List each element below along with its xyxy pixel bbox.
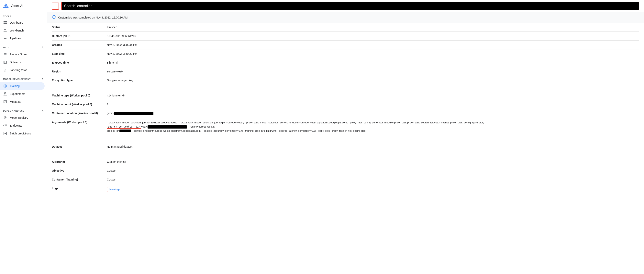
- featurestore-icon: [3, 52, 7, 56]
- region-label: Region: [52, 67, 107, 76]
- sidebar-item-labeling[interactable]: Labeling tasks: [0, 66, 44, 74]
- svg-point-16: [5, 117, 6, 118]
- sidebar-item-batch-predictions[interactable]: Batch predictions: [0, 129, 44, 138]
- dashboard-label: Dashboard: [10, 21, 24, 24]
- custom-job-id-label: Custom job ID: [52, 32, 107, 41]
- custom-job-id-row: Custom job ID 315415911099636121​6: [52, 32, 639, 41]
- status-row: Status Finished: [52, 23, 639, 32]
- sidebar-item-pipelines[interactable]: Pipelines: [0, 35, 44, 42]
- container-training-row: Container (Training) Custom: [52, 175, 639, 184]
- data-section-header: DATA ∧: [0, 42, 47, 50]
- sidebar-item-endpoints[interactable]: Endpoints: [0, 122, 44, 129]
- encryption-row: Encryption type Google-managed key: [52, 76, 639, 85]
- elapsed-time-row: Elapsed time 8 hr 9 min: [52, 58, 639, 67]
- pipelines-icon: [3, 36, 7, 40]
- vertex-logo: [3, 3, 9, 9]
- back-button[interactable]: ←: [52, 3, 59, 10]
- sidebar-item-dashboard[interactable]: Dashboard: [0, 19, 44, 27]
- worker-pool-table: Machine type (Worker pool 0) n1-highmem-…: [52, 91, 639, 136]
- content-area: Custom job was completed on Nov 3, 2022,…: [47, 12, 644, 274]
- start-time-row: Start time Nov 2, 2022, 3:50:22 PM: [52, 49, 639, 58]
- sidebar-item-datasets[interactable]: Datasets: [0, 58, 44, 66]
- featurestore-label: Feature Store: [10, 53, 27, 56]
- logs-label: Logs: [52, 184, 107, 195]
- svg-rect-4: [4, 23, 5, 24]
- model-registry-icon: [3, 116, 7, 120]
- sidebar-item-workbench[interactable]: Workbench: [0, 27, 44, 35]
- sidebar-item-training[interactable]: Training: [0, 82, 44, 90]
- elapsed-time-value: 8 hr 9 min: [107, 58, 639, 67]
- metadata-icon: [3, 100, 7, 104]
- info-message: Custom job was completed on Nov 3, 2022,…: [58, 16, 128, 19]
- svg-rect-2: [4, 21, 5, 23]
- data-section-label: DATA: [3, 46, 10, 49]
- endpoints-label: Endpoints: [10, 124, 22, 127]
- datasets-icon: [3, 60, 7, 64]
- info-banner: Custom job was completed on Nov 3, 2022,…: [47, 12, 644, 23]
- region-value: europe-west4: [107, 67, 639, 76]
- sidebar-item-model-registry[interactable]: Model Registry: [0, 114, 44, 122]
- svg-point-21: [54, 16, 54, 17]
- machine-count-label: Machine count (Worker pool 0): [52, 100, 107, 109]
- svg-point-9: [5, 53, 6, 54]
- endpoints-icon: [3, 124, 7, 127]
- labeling-icon: [3, 68, 7, 72]
- sidebar-item-metadata[interactable]: Metadata: [0, 98, 44, 106]
- model-dev-section-label: MODEL DEVELOPMENT: [3, 78, 31, 80]
- svg-rect-10: [4, 61, 6, 64]
- svg-rect-5: [5, 23, 7, 24]
- svg-rect-6: [4, 31, 7, 32]
- args-projectid-redacted: [120, 129, 131, 132]
- deploy-chevron-icon: ∧: [42, 109, 44, 113]
- svg-point-15: [4, 116, 6, 119]
- training-icon: [3, 84, 7, 88]
- details-table: Status Finished Custom job ID 3154159110…: [52, 23, 639, 85]
- datasets-label: Datasets: [10, 61, 21, 64]
- machine-type-row: Machine type (Worker pool 0) n1-highmem-…: [52, 91, 639, 100]
- start-time-label: Start time: [52, 49, 107, 58]
- machine-type-label: Machine type (Worker pool 0): [52, 91, 107, 100]
- created-label: Created: [52, 41, 107, 49]
- workbench-icon: [3, 29, 7, 33]
- deploy-section-header: DEPLOY AND USE ∧: [0, 106, 47, 114]
- dataset-row: Dataset No managed dataset: [52, 142, 639, 151]
- logs-row: Logs View logs: [52, 184, 639, 195]
- machine-type-value: n1-highmem-8: [107, 91, 639, 100]
- training-config-table: Algorithm Custom training Objective Cust…: [52, 158, 639, 195]
- model-dev-chevron-icon: ∧: [42, 77, 44, 81]
- status-label: Status: [52, 23, 107, 32]
- args-path-redacted: [148, 125, 187, 128]
- elapsed-time-label: Elapsed time: [52, 58, 107, 67]
- dataset-value: No managed dataset: [107, 142, 639, 151]
- created-row: Created Nov 2, 2022, 3:45:44 PM: [52, 41, 639, 49]
- svg-rect-7: [4, 30, 6, 31]
- args-text: --proxy_task_model_selection_job_id=2563…: [107, 121, 636, 133]
- app-brand: Vertex AI: [10, 4, 23, 8]
- sidebar-item-experiments[interactable]: Experiments: [0, 90, 44, 98]
- args-highlight: search_controller_dir: [107, 124, 141, 129]
- dashboard-icon: [3, 21, 7, 25]
- machine-count-value: 1: [107, 100, 639, 109]
- logs-value: View logs: [107, 184, 639, 195]
- sidebar-header: Vertex AI: [0, 0, 47, 12]
- arguments-value: --proxy_task_model_selection_job_id=2563…: [107, 118, 639, 136]
- view-logs-link[interactable]: View logs: [107, 187, 122, 192]
- svg-point-13: [4, 85, 6, 87]
- data-chevron-icon: ∧: [42, 46, 44, 49]
- container-location-label: Container Location (Worker pool 0): [52, 109, 107, 118]
- tools-section-label: TOOLS: [0, 12, 47, 19]
- sidebar-item-featurestore[interactable]: Feature Store: [0, 50, 44, 58]
- details-section: Status Finished Custom job ID 3154159110…: [47, 23, 644, 198]
- region-row: Region europe-west4: [52, 67, 639, 76]
- svg-point-11: [4, 70, 5, 70]
- page-title: Search_controller_: [64, 4, 94, 8]
- encryption-label: Encryption type: [52, 76, 107, 85]
- svg-point-17: [5, 125, 6, 126]
- svg-rect-3: [5, 21, 7, 23]
- model-dev-section-header: MODEL DEVELOPMENT ∧: [0, 74, 47, 82]
- algorithm-row: Algorithm Custom training: [52, 158, 639, 166]
- metadata-label: Metadata: [10, 100, 21, 103]
- page-header: ← Search_controller_: [47, 0, 644, 12]
- algorithm-label: Algorithm: [52, 158, 107, 166]
- dataset-label: Dataset: [52, 142, 107, 151]
